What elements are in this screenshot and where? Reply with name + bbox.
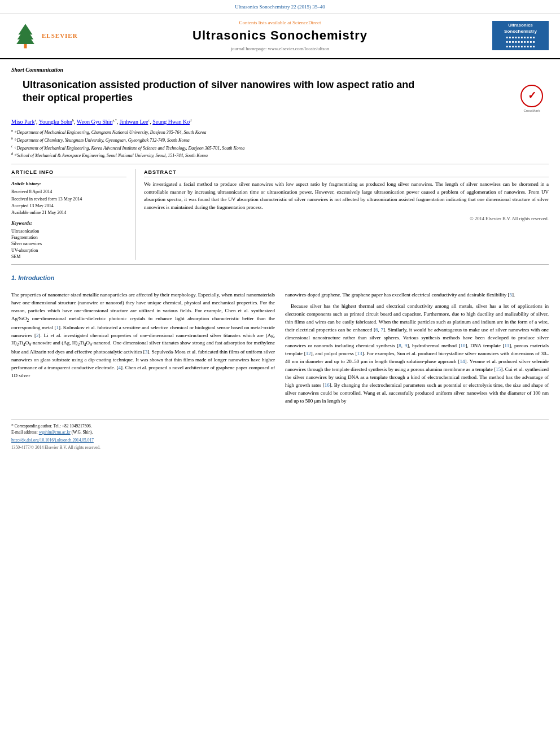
- keywords-label: Keywords:: [11, 220, 126, 227]
- footnote-area: * Corresponding author. Tel.: +82 104921…: [11, 420, 549, 451]
- article-info-header: ARTICLE INFO: [11, 169, 126, 178]
- ref-7[interactable]: 7: [380, 327, 383, 333]
- journal-header-right: Ultrasonics Sonochemistry ■ ■ ■ ■ ■ ■ ■ …: [481, 21, 549, 50]
- journal-header: ELSEVIER Contents lists available at Sci…: [0, 14, 560, 59]
- ref-5[interactable]: 5: [509, 292, 512, 298]
- affiliation-d: d ᵈ School of Mechanical & Aerospace Eng…: [11, 151, 549, 159]
- sciencedirect-link: Contents lists available at ScienceDirec…: [79, 19, 481, 27]
- author-seung-hwan-ko[interactable]: Seung Hwan Ko: [152, 119, 190, 125]
- title-row: Ultrasonication assisted production of s…: [11, 76, 549, 113]
- crossmark-badge[interactable]: ✓ CrossMark: [520, 85, 543, 113]
- crossmark-label: CrossMark: [523, 108, 540, 113]
- article-info-column: ARTICLE INFO Article history: Received 8…: [11, 169, 135, 260]
- author-miso-park[interactable]: Miso Park: [11, 119, 34, 125]
- body-right-column: nanowires-doped graphene. The graphene p…: [285, 291, 549, 408]
- ref-10[interactable]: 10: [461, 343, 466, 348]
- journal-homepage: journal homepage: www.elsevier.com/locat…: [79, 46, 481, 53]
- author-jinhwan-lee[interactable]: Jinhwan Lee: [120, 119, 148, 125]
- author-youngku-sohn[interactable]: Youngku Sohn: [39, 119, 72, 125]
- ref-16[interactable]: 16: [325, 382, 330, 388]
- author-weon-gyu-shin[interactable]: Weon Gyu Shin: [77, 119, 113, 125]
- abstract-text: We investigated a facial method to produ…: [144, 181, 549, 211]
- elsevier-wordmark: ELSEVIER: [42, 32, 78, 40]
- copyright-text: 1350-4177/© 2014 Elsevier B.V. All right…: [11, 445, 549, 451]
- authors-text: Miso Parka, Youngku Sohnb, Weon Gyu Shin…: [11, 119, 191, 125]
- article-title: Ultrasonication assisted production of s…: [23, 78, 429, 105]
- authors-line: Miso Parka, Youngku Sohnb, Weon Gyu Shin…: [11, 117, 549, 126]
- elsevier-logo-area: ELSEVIER: [11, 21, 79, 50]
- abstract-column: ABSTRACT We investigated a facial method…: [135, 169, 549, 260]
- section-1-title: 1. Introduction: [11, 274, 549, 282]
- history-label: Article history:: [11, 181, 126, 187]
- ref-6[interactable]: 6: [375, 327, 378, 333]
- email-note: E-mail address: wgshin@cnu.ac.kr (W.G. S…: [11, 430, 549, 436]
- introduction-header: 1. Introduction: [11, 274, 549, 282]
- keyword-2: Fragmentation: [11, 234, 126, 241]
- journal-header-center: Contents lists available at ScienceDirec…: [79, 19, 481, 53]
- ref-11[interactable]: 11: [504, 343, 509, 348]
- ref-12[interactable]: 12: [306, 351, 311, 356]
- revised-date: Received in revised form 13 May 2014: [11, 196, 126, 202]
- keyword-1: Ultrasonication: [11, 228, 126, 234]
- ref-2[interactable]: 2: [36, 333, 39, 338]
- body-left-column: The properties of nanometer-sized metall…: [11, 291, 275, 408]
- corresponding-author-note: * Corresponding author. Tel.: +82 104921…: [11, 423, 549, 430]
- divider-2: [11, 264, 549, 265]
- elsevier-logo: ELSEVIER: [11, 21, 79, 50]
- top-bar: Ultrasonics Sonochemistry 22 (2015) 35–4…: [0, 0, 560, 14]
- body-para-1: The properties of nanometer-sized metall…: [11, 291, 275, 379]
- ref-15[interactable]: 15: [496, 366, 501, 372]
- ref-3[interactable]: 3: [145, 349, 148, 355]
- received-date: Received 8 April 2014: [11, 189, 126, 195]
- keyword-4: UV-absorption: [11, 247, 126, 254]
- journal-reference: Ultrasonics Sonochemistry 22 (2015) 35–4…: [235, 4, 325, 10]
- divider-1: [11, 164, 549, 164]
- affiliation-a: a ᵃ Department of Mechanical Engineering…: [11, 128, 549, 136]
- ref-4[interactable]: 4: [118, 365, 121, 370]
- ultrasonics-box: Ultrasonics Sonochemistry ■ ■ ■ ■ ■ ■ ■ …: [492, 21, 549, 50]
- affiliations: a ᵃ Department of Mechanical Engineering…: [11, 128, 549, 159]
- abstract-copyright: © 2014 Elsevier B.V. All rights reserved…: [144, 216, 549, 222]
- elsevier-tree-icon: [11, 21, 40, 50]
- sciencedirect-name[interactable]: ScienceDirect: [292, 20, 321, 25]
- affiliation-c: c ᶜ Department of Mechanical Engineering…: [11, 144, 549, 152]
- crossmark-icon: ✓: [520, 85, 543, 107]
- abstract-header: ABSTRACT: [144, 169, 549, 178]
- body-para-2: nanowires-doped graphene. The graphene p…: [285, 291, 549, 299]
- body-para-3: Because silver has the highest thermal a…: [285, 303, 549, 405]
- graphene-text: graphene: [321, 292, 340, 298]
- ref-9[interactable]: 9: [405, 343, 408, 348]
- doi-link[interactable]: http://dx.doi.org/10.1016/j.ultsonch.201…: [11, 438, 549, 444]
- ref-1[interactable]: 1: [56, 325, 59, 330]
- accepted-date: Accepted 13 May 2014: [11, 203, 126, 209]
- email-link[interactable]: wgshin@cnu.ac.kr: [39, 430, 71, 435]
- body-two-column: The properties of nanometer-sized metall…: [11, 291, 549, 408]
- available-date: Available online 21 May 2014: [11, 209, 126, 216]
- article-type: Short Communication: [11, 66, 549, 74]
- ref-13[interactable]: 13: [357, 351, 362, 356]
- affiliation-b: b ᵇ Department of Chemistry, Yeungnam Un…: [11, 136, 549, 144]
- journal-title: Ultrasonics Sonochemistry: [79, 27, 481, 45]
- ref-14[interactable]: 14: [460, 359, 465, 364]
- ref-8[interactable]: 8: [399, 343, 401, 348]
- keyword-3: Silver nanowires: [11, 241, 126, 247]
- doi-anchor[interactable]: http://dx.doi.org/10.1016/j.ultsonch.201…: [11, 438, 94, 443]
- keyword-5: SEM: [11, 254, 126, 260]
- article-info-abstract: ARTICLE INFO Article history: Received 8…: [11, 169, 549, 260]
